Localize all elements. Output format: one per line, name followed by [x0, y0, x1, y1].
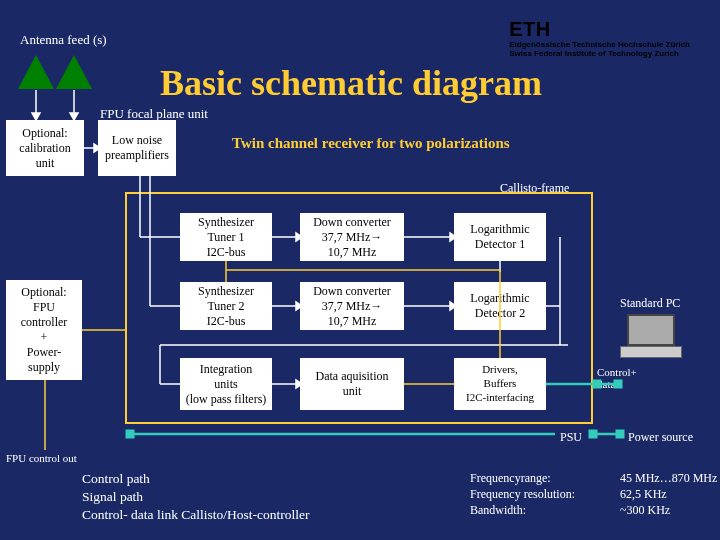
spec-freq-value: 45 MHz…870 MHz [620, 470, 717, 486]
spec-bw-value: ~300 KHz [620, 502, 717, 518]
legend: Control path Signal path Control- data l… [82, 470, 310, 525]
block-integration: Integrationunits(low pass filters) [180, 358, 272, 410]
eth-logo-text: ETH [509, 18, 690, 41]
block-optional-calibration: Optional:calibrationunit [6, 120, 84, 176]
legend-control: Control path [82, 470, 310, 488]
svg-rect-39 [589, 430, 597, 438]
control-data-label: Control+data [597, 366, 637, 390]
spec-values: 45 MHz…870 MHz 62,5 KHz ~300 KHz [620, 470, 717, 519]
legend-signal: Signal path [82, 488, 310, 506]
block-daq: Data aquisitionunit [300, 358, 404, 410]
spec-res-value: 62,5 KHz [620, 486, 717, 502]
block-optional-fpu-controller: Optional:FPUcontroller+Power-supply [6, 280, 82, 380]
antenna-icon [18, 55, 54, 89]
spec-freq-label: Frequencyrange: [470, 470, 575, 486]
svg-marker-1 [32, 113, 40, 120]
block-synthesizer-2: SynthesizerTuner 2I2C-bus [180, 282, 272, 330]
block-log-detector-2: LogarithmicDetector 2 [454, 282, 546, 330]
svg-rect-40 [616, 430, 624, 438]
spec-labels: Frequencyrange: Frequency resolution: Ba… [470, 470, 575, 519]
block-downconverter-2: Down converter37,7 MHz→10,7 MHz [300, 282, 404, 330]
spec-res-label: Frequency resolution: [470, 486, 575, 502]
laptop-icon [618, 314, 684, 364]
block-drivers: Drivers,BuffersI2C-interfacing [454, 358, 546, 410]
page-title: Basic schematic diagram [160, 62, 542, 104]
spec-bw-label: Bandwidth: [470, 502, 575, 518]
eth-logo: ETH Eidgenössische Technische Hochschule… [509, 18, 690, 59]
antenna-feed-label: Antenna feed (s) [20, 32, 107, 48]
standard-pc-label: Standard PC [620, 296, 680, 311]
legend-link: Control- data link Callisto/Host-control… [82, 506, 310, 524]
svg-marker-3 [70, 113, 78, 120]
eth-subtitle-2: Swiss Federal Institute of Technology Zu… [509, 50, 690, 59]
block-preamplifiers: Low noisepreamplifiers [98, 120, 176, 176]
block-downconverter-1: Down converter37,7 MHz→10,7 MHz [300, 213, 404, 261]
power-source-label: Power source [628, 430, 693, 445]
psu-label: PSU [560, 430, 582, 445]
block-synthesizer-1: SynthesizerTuner 1I2C-bus [180, 213, 272, 261]
block-log-detector-1: LogarithmicDetector 1 [454, 213, 546, 261]
svg-rect-38 [126, 430, 134, 438]
callisto-frame-label: Callisto-frame [500, 181, 569, 196]
antenna-icon [56, 55, 92, 89]
page-subtitle: Twin channel receiver for two polarizati… [232, 135, 510, 152]
fpu-control-out-label: FPU control out [6, 452, 77, 464]
